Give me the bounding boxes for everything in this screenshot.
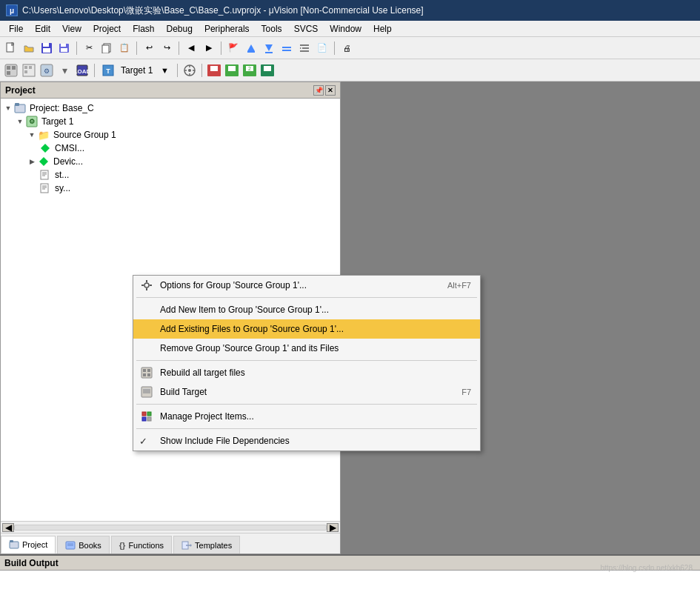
- tree-cmsis[interactable]: CMSI...: [4, 142, 337, 155]
- svg-rect-92: [147, 417, 151, 421]
- open-file-btn[interactable]: [21, 40, 37, 56]
- nav-back-btn[interactable]: ◀: [183, 40, 199, 56]
- svg-marker-58: [41, 144, 50, 153]
- scroll-track[interactable]: [14, 525, 327, 531]
- sep-4: [221, 41, 221, 55]
- system-label: sy...: [55, 183, 70, 193]
- cut-btn[interactable]: ✂: [81, 40, 97, 56]
- target-selector: T Target 1 ▼: [99, 62, 173, 79]
- next-bookmark-btn[interactable]: [261, 40, 277, 56]
- menu-window[interactable]: Window: [324, 22, 367, 36]
- device-label: Devic...: [53, 156, 83, 167]
- nav-forward-btn[interactable]: ▶: [201, 40, 217, 56]
- svg-rect-7: [61, 44, 66, 47]
- tree-device[interactable]: ▶ Devic...: [4, 155, 337, 168]
- menu-help[interactable]: Help: [367, 22, 398, 36]
- menu-peripherals[interactable]: Peripherals: [199, 22, 256, 36]
- tab-functions[interactable]: {} Functions: [111, 536, 172, 554]
- bookmark-btn[interactable]: 🚩: [225, 40, 241, 56]
- translate-btn[interactable]: [206, 62, 222, 79]
- ctx-add-existing-label: Add Existing Files to Group 'Source Grou…: [160, 324, 344, 334]
- menu-flash[interactable]: Flash: [127, 22, 160, 36]
- target-name: Target 1: [118, 65, 156, 76]
- sep-5: [334, 41, 335, 55]
- scroll-left-btn[interactable]: ◀: [2, 523, 14, 532]
- new-file-btn[interactable]: [3, 40, 19, 56]
- tab-templates[interactable]: Templates: [173, 536, 240, 554]
- svg-rect-10: [102, 45, 109, 53]
- tab-books[interactable]: Books: [57, 536, 110, 554]
- ctx-add-new[interactable]: Add New Item to Group 'Source Group 1'..…: [133, 300, 480, 319]
- window-title: C:\Users\Lenovo\Desktop\微嵌实验\Base_C\Base…: [22, 4, 424, 17]
- ctx-build-label: Build Target: [160, 387, 207, 397]
- ctx-build-target[interactable]: Build Target F7: [133, 382, 480, 402]
- ctx-rebuild[interactable]: Rebuild all target files: [133, 363, 480, 382]
- indent-btn[interactable]: [296, 40, 313, 56]
- tree-target[interactable]: ▼ ⚙ Target 1: [4, 115, 337, 128]
- pin-btn[interactable]: 📌: [313, 85, 324, 96]
- chip-btn[interactable]: LOAD: [74, 62, 90, 79]
- menu-file[interactable]: File: [3, 22, 29, 36]
- tab-project[interactable]: Project: [1, 536, 56, 554]
- options2-btn[interactable]: ▾: [56, 62, 73, 79]
- menu-project[interactable]: Project: [87, 22, 127, 36]
- debug-cursor-btn[interactable]: [181, 62, 198, 79]
- project-name: Project: Base_C: [30, 103, 94, 113]
- batch-build-btn[interactable]: [259, 62, 276, 79]
- save-btn[interactable]: [39, 40, 55, 56]
- settings-btn[interactable]: [3, 62, 19, 79]
- panel-scrollbar[interactable]: ◀ ▶: [1, 521, 340, 533]
- tree-system[interactable]: sy...: [4, 182, 337, 195]
- grid-btn[interactable]: [21, 62, 37, 79]
- menu-svcs[interactable]: SVCS: [288, 22, 324, 36]
- ctx-remove-group[interactable]: Remove Group 'Source Group 1' and its Fi…: [133, 339, 480, 358]
- svg-rect-27: [24, 70, 27, 73]
- svg-rect-24: [7, 71, 10, 75]
- rebuild-btn[interactable]: 2: [241, 62, 258, 79]
- unindent-btn[interactable]: 📄: [314, 40, 330, 56]
- tab-books-label: Books: [79, 541, 101, 550]
- ctx-options-group[interactable]: Options for Group 'Source Group 1'... Al…: [133, 276, 480, 295]
- print-btn[interactable]: 🖨: [339, 40, 355, 56]
- svg-rect-87: [143, 388, 150, 393]
- menu-edit[interactable]: Edit: [29, 22, 56, 36]
- close-panel-btn[interactable]: ✕: [325, 85, 336, 96]
- svg-rect-28: [29, 66, 32, 69]
- build-output-content: https://blog.csdn.net/xkb628: [0, 571, 700, 574]
- copy-btn[interactable]: [99, 40, 115, 56]
- svg-rect-52: [264, 66, 271, 71]
- save-all-btn[interactable]: [56, 40, 73, 56]
- project-tab-icon: [9, 539, 19, 550]
- tree-source-group[interactable]: ▼ 📁 Source Group 1: [4, 128, 337, 142]
- svg-rect-45: [228, 66, 236, 71]
- svg-rect-83: [143, 373, 146, 376]
- sep-2: [136, 41, 137, 55]
- svg-rect-78: [146, 288, 147, 290]
- menu-view[interactable]: View: [56, 22, 87, 36]
- sep-8: [201, 64, 202, 77]
- device-icon: [38, 156, 50, 167]
- redo-btn[interactable]: ↪: [159, 40, 175, 56]
- svg-rect-5: [43, 48, 50, 53]
- svg-rect-22: [7, 66, 10, 70]
- build-btn[interactable]: [224, 62, 240, 79]
- clear-bookmarks-btn[interactable]: [279, 40, 295, 56]
- svg-rect-90: [147, 412, 151, 416]
- ctx-manage[interactable]: Manage Project Items...: [133, 407, 480, 426]
- ctx-add-existing[interactable]: Add Existing Files to Group 'Source Grou…: [133, 319, 480, 339]
- menu-debug[interactable]: Debug: [161, 22, 199, 36]
- target-dropdown-btn[interactable]: ▼: [159, 62, 170, 79]
- work-area: Project 📌 ✕ ▼ Project: Base_C: [0, 82, 700, 554]
- undo-btn[interactable]: ↩: [141, 40, 157, 56]
- ctx-show-deps[interactable]: ✓ Show Include File Dependencies: [133, 431, 480, 451]
- svg-rect-55: [15, 103, 19, 106]
- system-icon: [39, 182, 51, 194]
- tree-project-root[interactable]: ▼ Project: Base_C: [4, 102, 337, 115]
- menu-tools[interactable]: Tools: [256, 22, 288, 36]
- options-btn[interactable]: ⚙: [39, 62, 55, 79]
- scroll-right-btn[interactable]: ▶: [327, 523, 339, 532]
- prev-bookmark-btn[interactable]: [243, 40, 259, 56]
- svg-rect-64: [41, 184, 48, 193]
- tree-startup[interactable]: st...: [4, 168, 337, 182]
- paste-btn[interactable]: 📋: [116, 40, 133, 56]
